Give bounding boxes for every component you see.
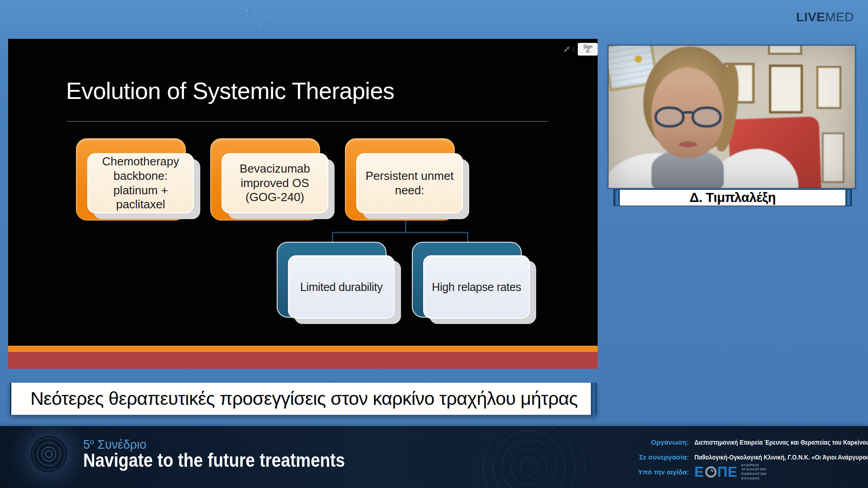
connector-line: [405, 221, 406, 232]
diagram-box-bevacizumab: Bevacizumab improved OS (GOG-240): [210, 138, 335, 224]
credit-label: Υπό την αιγίδα:: [625, 468, 689, 476]
eope-subtitle: ΕΤΑΙΡΕΙΑ ΟΓΚΟΛΟΓΩΝ ΠΑΘΟΛΟΓΩΝ ΕΛΛΑΔΑΣ: [741, 463, 767, 480]
page: LIVEMED Evolution of Systemic Therapies …: [0, 0, 868, 488]
diagram-box-unmet-need: Persistent unmet need:: [345, 138, 470, 224]
lecture-title-banner: Νεότερες θεραπευτικές προσεγγίσεις στον …: [10, 383, 597, 415]
credits-block: Οργάνωση: Διεπιστημονική Εταιρεία Έρευνα…: [625, 437, 860, 482]
particle-decoration: [246, 10, 248, 11]
shrink-arrows-icon[interactable]: [563, 46, 570, 53]
eope-sub-line: ΠΑΘΟΛΟΓΩΝ: [741, 472, 767, 476]
connector-line: [332, 232, 468, 233]
congress-sup: ο: [90, 438, 94, 446]
congress-swirl-logo: [31, 436, 67, 472]
slide-accent-stripe: [8, 346, 598, 352]
eope-suffix: ΠΕ: [717, 464, 738, 480]
corner-decoration: [0, 479, 7, 488]
eope-spiral-icon: [705, 466, 717, 478]
slide-title: Evolution of Systemic Therapies: [66, 77, 394, 104]
eope-letters: ΕΠΕ: [694, 465, 738, 479]
credit-label: Οργάνωση:: [625, 438, 689, 446]
diagram-box-limited-durability: Limited durability: [277, 242, 401, 328]
slide-video-area[interactable]: Evolution of Systemic Therapies Chemothe…: [8, 39, 598, 369]
credit-value: Διεπιστημονική Εταιρεία Έρευνας και Θερα…: [694, 438, 868, 446]
lecture-title: Νεότερες θεραπευτικές προσεγγίσεις στον …: [30, 388, 578, 409]
eope-sub-line: ΟΓΚΟΛΟΓΩΝ: [741, 467, 766, 471]
eope-prefix: Ε: [694, 464, 704, 480]
diagram-box-high-relapse: High relapse rates: [412, 242, 537, 328]
brand-light: MED: [825, 10, 854, 24]
speaker-nameplate: Δ. Τιμπλαλέξη: [613, 189, 852, 206]
eope-sub-line: ΕΛΛΑΔΑΣ: [741, 476, 760, 480]
footer-bar: 5ο Συνέδριο Navigate to the future treat…: [0, 426, 868, 488]
signin-button[interactable]: Sign in: [578, 43, 598, 56]
credit-row: Οργάνωση: Διεπιστημονική Εταιρεία Έρευνα…: [625, 437, 860, 447]
congress-tagline: Navigate to the future treatments: [83, 450, 345, 471]
diagram-box-chemotherapy: Chemotherapy backbone: platinum + paclit…: [76, 138, 201, 224]
player-controls: Sign in: [563, 43, 598, 56]
rings-decoration: [470, 426, 588, 488]
slide-footer-bar: [8, 352, 598, 369]
banner-edge: [591, 383, 597, 415]
box-text: Persistent unmet need:: [356, 153, 463, 213]
nameplate-edge: [614, 190, 620, 206]
credit-row: Σε συνεργασία: Παθολογική-Ογκολογική Κλι…: [625, 452, 860, 462]
box-text: Chemotherapy backbone: platinum + paclit…: [87, 153, 194, 213]
particle-decoration: [190, 371, 191, 373]
divider: [574, 47, 574, 52]
livemed-logo: LIVEMED: [796, 10, 854, 24]
box-text: Bevacizumab improved OS (GOG-240): [222, 153, 328, 213]
credit-row: Υπό την αιγίδα: ΕΠΕ ΕΤΑΙΡΕΙΑ ΟΓΚΟΛΟΓΩΝ Π…: [625, 467, 860, 477]
box-text: High relapse rates: [423, 255, 530, 319]
credit-value: Παθολογική-Ογκολογική Κλινική, Γ.Ο.Ν.Κ. …: [694, 453, 868, 461]
webcam-panel: [608, 45, 855, 188]
brand-bold: LIVE: [796, 10, 825, 24]
speaker-name: Δ. Τιμπλαλέξη: [689, 190, 776, 205]
credit-label: Σε συνεργασία:: [625, 453, 689, 461]
box-text: Limited durability: [288, 255, 395, 319]
webcam-vignette: [609, 46, 855, 188]
eope-sub-line: ΕΤΑΙΡΕΙΑ: [741, 463, 760, 467]
eope-logo: ΕΠΕ ΕΤΑΙΡΕΙΑ ΟΓΚΟΛΟΓΩΝ ΠΑΘΟΛΟΓΩΝ ΕΛΛΑΔΑΣ: [694, 463, 766, 480]
nameplate-edge: [845, 190, 851, 206]
title-underline: [67, 121, 548, 122]
connector-line: [467, 232, 468, 242]
connector-line: [332, 232, 333, 242]
